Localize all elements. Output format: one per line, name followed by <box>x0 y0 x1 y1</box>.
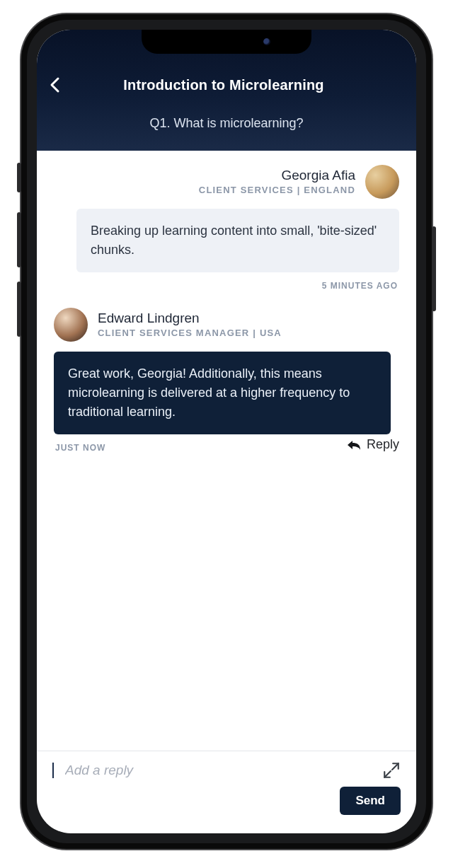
side-button <box>17 163 21 192</box>
screen: Introduction to Microlearning Q1. What i… <box>37 30 416 833</box>
reply-label: Reply <box>367 437 399 452</box>
page-subtitle: Q1. What is microlearning? <box>37 102 416 151</box>
notch <box>142 30 311 54</box>
author-name: Georgia Afia <box>281 168 355 183</box>
reply-arrow-icon <box>347 439 361 451</box>
message-body: Great work, Georgia! Additionally, this … <box>54 352 391 434</box>
side-button <box>17 212 21 267</box>
message: Edward Lindgren CLIENT SERVICES MANAGER … <box>54 308 399 453</box>
author-name: Edward Lindgren <box>98 311 200 326</box>
reply-input[interactable] <box>64 762 372 779</box>
page-title: Introduction to Microlearning <box>44 77 403 93</box>
send-button[interactable]: Send <box>340 787 401 815</box>
phone-frame: Introduction to Microlearning Q1. What i… <box>21 14 432 849</box>
author-role: CLIENT SERVICES MANAGER | USA <box>98 328 282 338</box>
avatar <box>54 308 88 342</box>
message: Georgia Afia CLIENT SERVICES | ENGLAND B… <box>54 165 399 291</box>
composer: Send <box>37 751 416 833</box>
timestamp: 5 MINUTES AGO <box>55 281 398 291</box>
expand-icon[interactable] <box>382 761 401 780</box>
side-button <box>432 226 436 311</box>
message-thread[interactable]: Georgia Afia CLIENT SERVICES | ENGLAND B… <box>37 151 416 751</box>
side-button <box>17 282 21 337</box>
text-caret <box>52 763 54 778</box>
author-role: CLIENT SERVICES | ENGLAND <box>199 185 355 195</box>
avatar <box>365 165 399 199</box>
message-body: Breaking up learning content into small,… <box>76 209 399 272</box>
